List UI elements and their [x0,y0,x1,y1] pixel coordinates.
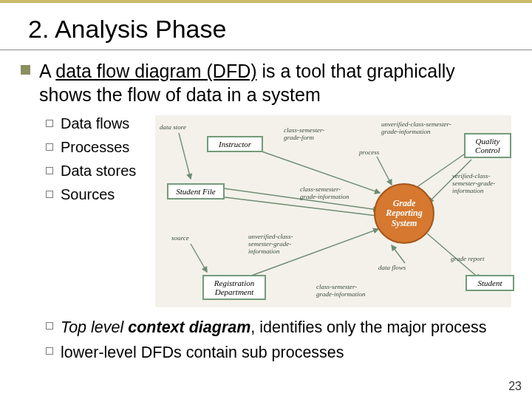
lbl-grade-report: grade report [451,256,484,263]
square-icon [46,143,53,151]
square-icon [46,322,53,330]
dfd-diagram: Instructor Quality Control Student File … [155,115,511,307]
svg-line-7 [179,133,191,179]
square-icon [46,120,53,127]
lbl-source: source [171,235,189,242]
sub-data-stores: Data stores [61,163,136,180]
lbl-dataflows: data flows [378,265,406,272]
lbl-class-sem-gi: class-semester- grade-information [300,186,349,201]
sub-sources: Sources [61,186,115,203]
slide-title: 2. Analysis Phase [0,3,532,50]
square-icon [46,191,53,198]
process-grs: Grade Reporting System [374,183,434,244]
main-text: A data flow diagram (DFD) is a tool that… [39,59,511,106]
lower-list: Top level context diagram, identifies on… [21,318,511,363]
box-student: Student [466,275,514,291]
lbl-process: process [359,149,379,157]
sublist: Data flows Processes Data stores Sources [21,115,148,307]
box-quality-control: Quality Control [464,133,511,158]
lbl-class-sem-form: class-semester- grade-form [284,127,324,142]
sub-data-flows: Data flows [61,115,129,132]
svg-line-9 [191,244,207,272]
lbl-unverified2: unverified-class- semester-grade- inform… [248,233,293,256]
lbl-verified: verified-class- semester-grade- informat… [452,173,495,195]
main-bullet: A data flow diagram (DFD) is a tool that… [21,59,511,106]
lbl-unverified: unverified-class-semester- grade-informa… [381,121,451,136]
square-icon [46,167,53,174]
box-student-file: Student File [167,183,225,200]
square-icon [46,347,53,355]
page-number: 23 [508,380,522,393]
box-instructor: Instructor [207,136,263,152]
lbl-datastore: data store [160,124,186,132]
sub-processes: Processes [61,139,129,156]
svg-line-8 [377,157,392,185]
lbl-class-sem-gi2: class-semester- grade-information [316,284,366,299]
lower-2: lower-level DFDs contain sub processes [61,343,344,364]
svg-line-10 [392,245,405,263]
lower-1: Top level context diagram, identifies on… [61,318,486,338]
box-reg-dept: Registration Department [202,275,266,300]
bullet-icon [21,65,30,75]
dfd-term: data flow diagram (DFD) [55,61,256,81]
